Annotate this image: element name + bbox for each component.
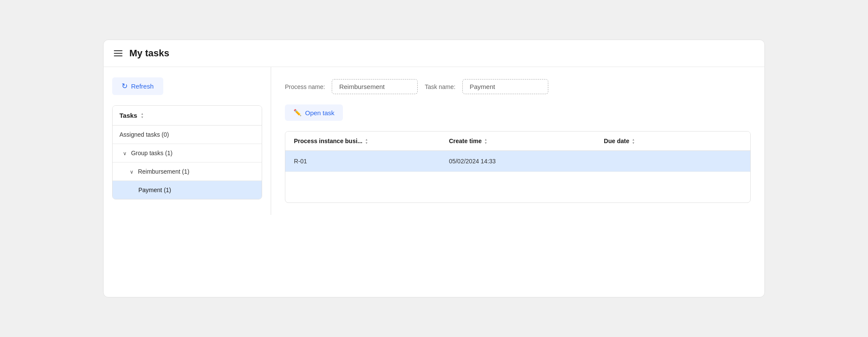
group-tasks-label: Group tasks (1) [131,150,172,156]
col-header-due-date[interactable]: Due date [595,132,750,150]
col-business-key-sort [365,138,368,144]
col-header-business-key[interactable]: Process instance busi... [285,132,440,150]
tree-item-reimbursement[interactable]: ∨ Reimbursement (1) [113,162,262,181]
right-panel: Process name: Reimbursement Task name: P… [271,67,764,215]
header: My tasks [104,40,764,67]
process-name-value: Reimbursement [339,83,385,90]
payment-label: Payment (1) [138,187,171,193]
hamburger-icon[interactable] [114,50,122,56]
open-task-label: Open task [305,109,334,116]
data-table: Process instance busi... Create time Due… [285,131,751,203]
refresh-button[interactable]: ↻ Refresh [112,77,163,95]
reimbursement-chevron: ∨ [130,169,134,175]
assigned-tasks-label: Assigned tasks (0) [119,131,169,138]
cell-due-date [595,151,750,172]
process-name-input[interactable]: Reimbursement [332,79,418,94]
process-name-label: Process name: [285,83,325,90]
col-business-key-label: Process instance busi... [294,138,363,144]
left-panel: ↻ Refresh Tasks Assigned tasks (0) ∨ Gro… [104,67,271,215]
task-name-input[interactable]: Payment [462,79,548,94]
tree-item-assigned[interactable]: Assigned tasks (0) [113,126,262,144]
cell-business-key: R-01 [285,151,440,172]
task-name-label: Task name: [425,83,455,90]
pencil-icon: ✏️ [293,109,302,116]
refresh-icon: ↻ [122,82,128,91]
reimbursement-label: Reimbursement (1) [138,168,189,175]
task-tree: Tasks Assigned tasks (0) ∨ Group tasks (… [112,105,262,199]
page-title: My tasks [129,48,169,59]
col-due-date-sort [632,138,635,144]
table-body: R-01 05/02/2024 14:33 [285,151,750,202]
table-header: Process instance busi... Create time Due… [285,132,750,151]
tree-header: Tasks [113,106,262,126]
table-row[interactable]: R-01 05/02/2024 14:33 [285,151,750,172]
open-task-button[interactable]: ✏️ Open task [285,104,343,121]
tasks-sort-icon [141,112,144,119]
task-name-value: Payment [470,83,495,90]
col-create-time-sort [484,138,487,144]
col-create-time-label: Create time [449,138,482,144]
tree-header-label: Tasks [119,112,137,119]
group-chevron: ∨ [123,150,127,156]
refresh-label: Refresh [131,83,154,90]
main-container: My tasks ↻ Refresh Tasks Assigned tasks … [103,40,765,297]
filters-row: Process name: Reimbursement Task name: P… [285,79,751,94]
col-due-date-label: Due date [604,138,629,144]
cell-create-time: 05/02/2024 14:33 [440,151,596,172]
tree-item-payment[interactable]: Payment (1) [113,181,262,199]
col-header-create-time[interactable]: Create time [440,132,596,150]
tree-item-group[interactable]: ∨ Group tasks (1) [113,144,262,162]
content: ↻ Refresh Tasks Assigned tasks (0) ∨ Gro… [104,67,764,215]
